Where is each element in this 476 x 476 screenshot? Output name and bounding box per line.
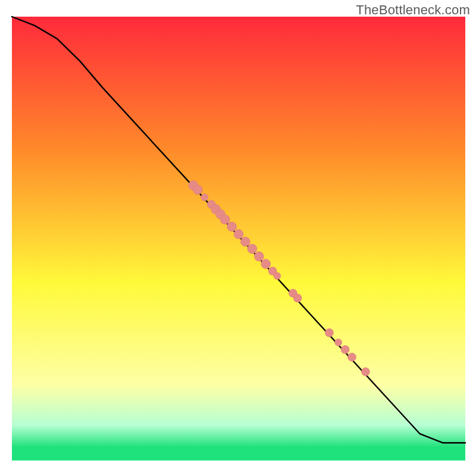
data-marker	[293, 294, 302, 302]
chart-container: TheBottleneck.com	[0, 0, 476, 476]
data-marker	[254, 252, 264, 261]
data-marker	[341, 346, 349, 354]
data-marker	[248, 244, 257, 253]
data-marker	[325, 328, 333, 337]
data-marker	[234, 230, 243, 239]
data-marker	[220, 215, 230, 224]
heatmap-curve-chart	[0, 0, 476, 476]
data-marker	[361, 368, 369, 376]
data-marker	[261, 259, 271, 269]
data-marker	[201, 194, 208, 201]
data-marker	[240, 237, 250, 246]
data-marker	[227, 222, 237, 231]
data-marker	[348, 353, 356, 361]
data-marker	[274, 273, 281, 280]
data-marker	[335, 339, 342, 346]
data-marker	[193, 185, 202, 195]
watermark-text: TheBottleneck.com	[356, 2, 470, 18]
